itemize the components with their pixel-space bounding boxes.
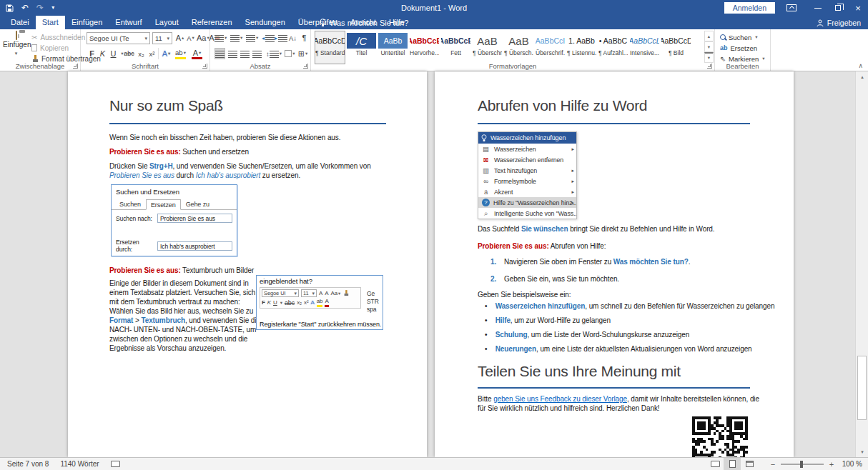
ribbon-display-options-icon[interactable] <box>786 4 797 11</box>
web-layout-button[interactable] <box>741 458 758 470</box>
ribbon-tab[interactable]: Layout <box>149 16 185 29</box>
grow-font-button[interactable]: A▴ <box>174 32 185 44</box>
increase-indent-button[interactable]: ▸ <box>275 32 287 44</box>
submenu-arrow-icon: ▸ <box>572 146 574 152</box>
find-input: Probieren Sie es aus <box>157 214 232 223</box>
align-left-icon <box>215 50 225 58</box>
font-dialog-launcher[interactable] <box>202 64 207 69</box>
menu-header: Wasserzeichen hinzufügen <box>478 132 576 144</box>
styles-more-button[interactable]: ▾ <box>704 52 714 63</box>
ribbon-tab[interactable]: Start <box>36 16 65 29</box>
collapse-ribbon-button[interactable]: ∧ <box>858 62 863 69</box>
style-item[interactable]: AaBbCcL Intensive... <box>629 31 660 64</box>
superscript-button[interactable]: x² <box>147 48 157 59</box>
replace-button[interactable]: ab Ersetzen <box>720 43 757 53</box>
read-mode-button[interactable] <box>706 458 724 470</box>
qr-code[interactable] <box>692 416 748 457</box>
justify-button[interactable] <box>252 48 262 59</box>
zoom-out-button[interactable]: − <box>768 460 778 469</box>
style-item[interactable]: AaB ¶ Übersch... <box>503 31 534 64</box>
font-name-select[interactable]: Segoe UI (Te▾ <box>87 32 150 44</box>
style-item[interactable]: AaBb Untertitel <box>378 31 408 64</box>
vertical-scrollbar[interactable]: ▴ ▾ <box>855 71 868 457</box>
style-item[interactable]: AaBbCcE Fett <box>440 31 471 64</box>
borders-button[interactable]: ⊞▾ <box>297 48 308 59</box>
bullet-list-item: • Hilfe, um zur Word-Hilfe zu gelangen <box>485 316 611 325</box>
font-size-select[interactable]: 11▾ <box>152 32 172 44</box>
multilevel-list-button[interactable]: ▾ <box>246 32 258 44</box>
watermark-menu-image[interactable]: Wasserzeichen hinzufügen ▤ Wasserzeichen… <box>478 131 577 219</box>
font-color-button[interactable]: A▾ <box>192 48 202 59</box>
tell-me-box[interactable]: Was möchten Sie tun? <box>320 16 408 29</box>
ribbon-tab[interactable]: Einfügen <box>65 16 109 29</box>
bullet-list-item: • Neuerungen, um eine Liste der aktuells… <box>485 344 752 354</box>
show-paragraph-marks-button[interactable]: ¶ <box>299 32 310 44</box>
clipboard-dialog-launcher[interactable] <box>73 64 78 69</box>
word-count[interactable]: 1140 Wörter <box>60 460 99 468</box>
subscript-button[interactable]: x₂ <box>136 48 147 59</box>
style-item[interactable]: AaBbCcD ¶ Bild <box>661 31 691 64</box>
zoom-in-button[interactable]: + <box>827 460 837 469</box>
styles-dialog-launcher[interactable] <box>707 64 712 69</box>
shading-button[interactable]: ▾ <box>285 48 295 59</box>
style-item[interactable]: /C Titel <box>346 31 377 64</box>
bullets-button[interactable]: ▾ <box>214 32 227 44</box>
paragraph: Drücken Sie Strg+H, und verwenden Sie Su… <box>109 161 390 180</box>
numbering-button[interactable]: ▾ <box>230 32 242 44</box>
highlight-button[interactable]: ab▾ <box>175 48 186 59</box>
ribbon-tab-bar: DateiStartEinfügenEntwurfLayoutReferenze… <box>0 16 868 29</box>
align-center-button[interactable] <box>227 48 238 59</box>
ribbon-tab[interactable]: Referenzen <box>185 16 239 29</box>
scroll-up-button[interactable]: ▴ <box>856 71 868 82</box>
page-right[interactable]: Abrufen von Hilfe zu Word Wasserzeichen … <box>435 71 794 457</box>
cut-button[interactable]: ✂ Ausschneiden <box>31 32 85 42</box>
style-item[interactable]: 1. AaBb ¶ Listennu... <box>566 31 597 64</box>
change-case-button[interactable]: Aa▾ <box>197 32 209 44</box>
align-right-button[interactable] <box>240 48 250 59</box>
print-layout-button[interactable] <box>724 458 741 470</box>
text-effects-button[interactable]: A▾ <box>161 48 172 59</box>
ribbon-tab[interactable]: Entwurf <box>109 16 148 29</box>
bold-button[interactable]: F <box>87 48 97 59</box>
style-item[interactable]: AaB ¶ Überschrif... <box>472 31 503 64</box>
ribbon-tab[interactable]: Sendungen <box>239 16 292 29</box>
print-layout-icon <box>729 460 736 468</box>
line-spacing-button[interactable]: ↕▾ <box>266 48 282 59</box>
styles-scroll-up-button[interactable]: ▴ <box>704 31 714 41</box>
restore-button[interactable] <box>828 0 848 16</box>
find-replace-dialog-image[interactable]: Suchen und Ersetzen SuchenErsetzenGehe z… <box>111 184 237 256</box>
style-item[interactable]: AaBbCcD ¶ Standard <box>315 31 345 64</box>
copy-button[interactable]: Kopieren <box>31 43 69 53</box>
scrollbar-thumb[interactable] <box>857 356 867 420</box>
styles-scroll-down-button[interactable]: ▾ <box>704 41 714 52</box>
proofing-status-icon[interactable] <box>111 461 120 467</box>
dialog-tab: Ersetzen <box>146 199 181 210</box>
sign-in-button[interactable]: Anmelden <box>724 2 775 14</box>
style-item[interactable]: AaBbCcI Überschrif... <box>535 31 566 64</box>
style-item[interactable]: AaBbCcE Hervorhe... <box>409 31 440 64</box>
zoom-slider-thumb[interactable] <box>800 461 803 468</box>
minimize-button[interactable] <box>808 0 828 16</box>
find-button[interactable]: Suchen ▾ <box>720 32 758 42</box>
ribbon-tab[interactable]: Datei <box>4 16 36 29</box>
align-left-button[interactable] <box>214 48 225 59</box>
page-indicator[interactable]: Seite 7 von 8 <box>7 460 49 468</box>
sort-button[interactable]: A↓ <box>287 32 298 44</box>
mini-ribbon-image[interactable]: eingeblendet hat? Segoe UI▾ 11▾ AA Aa▾ F… <box>256 275 383 330</box>
find-label: Suchen nach: <box>116 215 157 222</box>
style-item[interactable]: • AaBbC ¶ Aufzähl... <box>598 31 628 64</box>
italic-button[interactable]: K <box>97 48 108 59</box>
strikethrough-button[interactable]: abc <box>124 48 134 59</box>
feedback-link[interactable]: geben Sie uns Feedback zu dieser Vorlage <box>493 395 627 403</box>
paragraph-dialog-launcher[interactable] <box>303 64 308 69</box>
page-left[interactable]: Nur so zum Spaß Wenn Sie noch ein bissch… <box>68 71 427 457</box>
zoom-slider[interactable] <box>781 464 824 465</box>
decrease-indent-button[interactable]: ◂ <box>262 32 275 44</box>
font-group: Segoe UI (Te▾ 11▾ A▴ A▾ Aa▾ A F K U ▾ ab… <box>81 29 210 71</box>
share-button[interactable]: Freigeben <box>817 16 861 29</box>
menu-item: ä Akzent ▸ <box>478 186 576 197</box>
zoom-level[interactable]: 100 % <box>837 460 864 468</box>
shrink-font-button[interactable]: A▾ <box>185 32 196 44</box>
close-button[interactable]: × <box>848 0 868 16</box>
scroll-down-button[interactable]: ▾ <box>856 446 868 457</box>
